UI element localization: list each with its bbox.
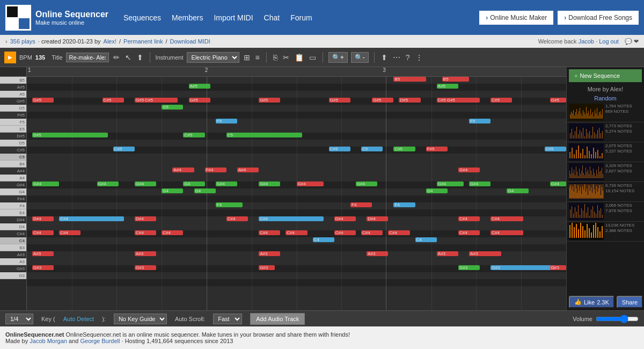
key-a5[interactable]: A5: [0, 91, 26, 98]
nav-import-midi[interactable]: Import MIDI: [214, 13, 253, 22]
note-as4-4[interactable]: G#4: [458, 168, 480, 172]
note-gs5-7[interactable]: G#5: [372, 98, 393, 103]
key-g5[interactable]: G5: [0, 105, 26, 112]
zoom-in-button[interactable]: 🔍+: [328, 52, 348, 63]
cut-icon[interactable]: ✂: [282, 52, 290, 63]
note-cs5-6[interactable]: C#5: [545, 147, 566, 151]
key-gs3[interactable]: G#3: [0, 265, 26, 272]
sliders-icon[interactable]: ≡: [254, 52, 261, 63]
export-icon[interactable]: ⬆: [380, 52, 389, 63]
note-ds4-4[interactable]: C#4: [226, 216, 248, 221]
note-gs5-8[interactable]: D#5: [399, 98, 420, 103]
note-cs4-10[interactable]: C#4: [458, 230, 480, 235]
note-as3-1[interactable]: A#3: [32, 251, 54, 256]
key-a4[interactable]: A4: [0, 174, 26, 181]
more-icon[interactable]: ⋯: [392, 52, 401, 63]
key-as4[interactable]: A#4: [0, 168, 26, 174]
permanent-link[interactable]: Permanent link: [123, 38, 163, 45]
note-ds4-1[interactable]: D#4: [32, 216, 54, 221]
note-f4-1[interactable]: F4: [216, 202, 243, 207]
note-as3-5[interactable]: A#3: [259, 251, 280, 256]
music-maker-button[interactable]: › Online Music Maker: [479, 11, 553, 25]
nav-members[interactable]: Members: [172, 13, 203, 22]
add-audio-track-button[interactable]: Add Audio Track: [250, 313, 305, 325]
download-songs-button[interactable]: › Download Free Songs: [558, 11, 639, 25]
key-ds4[interactable]: D#4: [0, 216, 26, 223]
key-d5[interactable]: D5: [0, 140, 26, 147]
note-c4-2[interactable]: C4: [415, 237, 437, 242]
note-cs5-4[interactable]: C#5: [393, 147, 415, 151]
key-c5[interactable]: C5: [0, 154, 26, 161]
note-cs4-4[interactable]: C#4: [162, 230, 183, 235]
title-input[interactable]: [66, 53, 109, 62]
key-gs4[interactable]: G#4: [0, 181, 26, 188]
note-gs3-8[interactable]: G#3: [491, 265, 555, 270]
facebook-share-button[interactable]: Share: [617, 296, 643, 308]
note-cs5-2[interactable]: C#5: [329, 147, 350, 151]
note-gs4-5[interactable]: G#4: [216, 181, 237, 186]
note-g4-2[interactable]: G4: [194, 188, 216, 193]
thumb-img-6[interactable]: [569, 203, 604, 220]
user-profile-link[interactable]: Jacob: [579, 38, 594, 45]
edit-icon[interactable]: ✏: [112, 52, 121, 63]
download-midi-link[interactable]: Download MIDI: [170, 38, 210, 45]
key-as5[interactable]: A#5: [0, 84, 26, 91]
note-cs4-1[interactable]: C#4: [32, 230, 54, 235]
note-gs3-9[interactable]: G#3: [550, 265, 566, 270]
upload-icon[interactable]: ⬆: [136, 52, 144, 63]
logout-link[interactable]: Log out: [599, 38, 619, 45]
note-as3-9[interactable]: A#3: [469, 251, 501, 256]
note-gs4-9[interactable]: G#4: [437, 181, 464, 186]
instrument-select[interactable]: Electric Piano: [187, 52, 239, 63]
note-gs4-6[interactable]: G#4: [259, 181, 280, 186]
note-f5-2[interactable]: F5: [469, 119, 491, 123]
key-ds5[interactable]: D#5: [0, 133, 26, 140]
key-b5[interactable]: B5: [0, 77, 26, 84]
key-b4[interactable]: B4: [0, 161, 26, 168]
grid-icon[interactable]: ⊞: [243, 52, 251, 63]
thumb-img-3[interactable]: [569, 143, 604, 161]
play-button[interactable]: ▶: [4, 52, 16, 63]
copy-icon[interactable]: ⎘: [272, 52, 279, 63]
note-as4-3[interactable]: A#4: [237, 168, 259, 172]
key-fs4[interactable]: F#4: [0, 195, 26, 202]
thumb-img-5[interactable]: [569, 183, 604, 200]
note-gs4-11[interactable]: G#4: [550, 181, 566, 186]
note-gs5-1[interactable]: G#5: [32, 98, 54, 103]
key-g4[interactable]: G4: [0, 188, 26, 195]
help-icon[interactable]: ?: [405, 52, 411, 63]
volume-slider[interactable]: [596, 315, 639, 323]
key-e5[interactable]: E5: [0, 126, 26, 133]
note-cs4-7[interactable]: C#4: [334, 230, 356, 235]
note-cs5-3[interactable]: C5: [361, 147, 383, 151]
random-link[interactable]: Random: [567, 94, 644, 103]
key-cs5[interactable]: C#5: [0, 147, 26, 154]
note-gs5-5[interactable]: G#5: [259, 98, 280, 103]
key-as3[interactable]: A#3: [0, 251, 26, 258]
thumb-img-2[interactable]: [569, 123, 604, 141]
note-gs3-6[interactable]: G#3: [259, 265, 275, 270]
note-as5-1[interactable]: A#5: [189, 84, 210, 89]
note-as3-3[interactable]: A#3: [135, 251, 156, 256]
note-gs4-1[interactable]: G#4: [32, 181, 59, 186]
menu-icon[interactable]: ⋮: [414, 52, 424, 63]
note-ds5-3[interactable]: C5: [226, 133, 302, 137]
note-gs5-4[interactable]: G#5: [189, 98, 210, 103]
note-gs4-4[interactable]: G4: [183, 181, 204, 186]
note-gs5-2[interactable]: C#5: [103, 98, 124, 103]
note-grid[interactable]: G#5 C#5 G#5 C#5 G#5 G#5 G#5 G#5 D#5 C#5 …: [27, 77, 566, 310]
select-icon[interactable]: ▭: [308, 52, 317, 63]
key-c4[interactable]: C4: [0, 237, 26, 244]
note-gs4-10[interactable]: G#4: [469, 181, 491, 186]
note-ds4-2[interactable]: C#4: [59, 216, 124, 221]
note-cs4-3[interactable]: C#4: [135, 230, 156, 235]
note-c4-1[interactable]: C4: [313, 237, 334, 242]
key-f4[interactable]: F4: [0, 202, 26, 209]
note-cs5-1[interactable]: C#5: [113, 147, 135, 151]
note-cs4-2[interactable]: C#4: [59, 230, 80, 235]
note-cs4-8[interactable]: C#4: [361, 230, 383, 235]
note-gs3-7[interactable]: G#3: [458, 265, 480, 270]
note-gs5-11[interactable]: G#5: [550, 98, 566, 103]
note-f4-3[interactable]: F4: [393, 202, 415, 207]
key-cs4[interactable]: C#4: [0, 230, 26, 237]
